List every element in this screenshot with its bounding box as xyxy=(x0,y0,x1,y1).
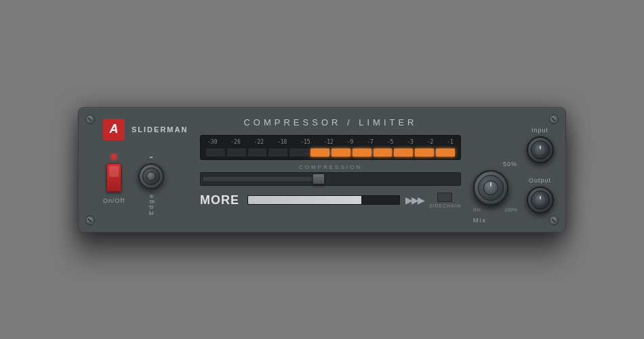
mix-knob[interactable] xyxy=(473,170,508,205)
input-knob[interactable] xyxy=(527,136,554,163)
led-6 xyxy=(310,148,329,157)
edge-knob-inner xyxy=(142,167,160,185)
mix-knob-inner xyxy=(478,175,504,201)
edge-section: Edge xyxy=(138,154,164,215)
screw-tr xyxy=(549,115,559,124)
title-bar: COMPRESSOR / LIMITER xyxy=(200,116,461,128)
left-panel: A SLIDERMAN On/Off Edge xyxy=(88,116,193,224)
power-switch[interactable] xyxy=(106,163,121,192)
compression-slider-fill xyxy=(203,177,318,181)
logo-area: A SLIDERMAN xyxy=(103,119,188,140)
logo-box: A xyxy=(103,119,125,140)
led-1 xyxy=(206,148,225,157)
compression-section: COMPRESSION xyxy=(200,164,461,186)
compression-label: COMPRESSION xyxy=(200,164,461,170)
mix-percent-row: 0% 100% xyxy=(473,207,517,213)
brand-name: SLIDERMAN xyxy=(132,125,188,134)
on-off-label: On/Off xyxy=(103,197,125,204)
mix-100-label: 100% xyxy=(504,207,517,213)
input-knob-dot xyxy=(535,144,546,155)
vu-leds xyxy=(206,147,455,158)
led-2 xyxy=(227,148,246,157)
unit-title: COMPRESSOR / LIMITER xyxy=(243,117,417,127)
led-12 xyxy=(436,148,455,157)
edge-knob[interactable] xyxy=(138,163,164,189)
output-knob[interactable] xyxy=(527,186,554,214)
compressor-unit: A SLIDERMAN On/Off Edge xyxy=(78,107,566,233)
vu-label-7: -7 xyxy=(367,139,374,145)
mix-knob-mark xyxy=(490,182,491,186)
vu-label-9: -3 xyxy=(407,139,414,145)
screw-bl xyxy=(85,216,95,225)
vu-label-5: -12 xyxy=(323,139,333,145)
vu-scale: -30 -26 -22 -18 -15 -12 -9 -7 -5 -3 -2 -… xyxy=(206,139,455,145)
right-panel: 50% 0% 100% Mix Input xyxy=(468,116,556,224)
sidechain-box: SIDECHAIN xyxy=(429,193,461,208)
output-knob-mark xyxy=(540,196,541,199)
input-label: Input xyxy=(531,127,548,134)
compression-slider-thumb[interactable] xyxy=(313,174,325,184)
vu-label-8: -5 xyxy=(387,139,394,145)
screw-tl xyxy=(85,115,95,124)
edge-indicator xyxy=(149,154,153,158)
led-8 xyxy=(353,148,371,157)
vu-label-10: -2 xyxy=(427,139,434,145)
led-10 xyxy=(394,148,413,157)
mix-knob-dot xyxy=(483,180,498,195)
more-bar-track[interactable] xyxy=(247,195,400,205)
power-led xyxy=(111,154,117,159)
controls-row: On/Off Edge xyxy=(103,154,164,215)
middle-panel: COMPRESSOR / LIMITER -30 -26 -22 -18 -15… xyxy=(193,116,468,224)
led-4 xyxy=(268,148,287,157)
output-knob-dot xyxy=(535,195,546,205)
mix-50-label: 50% xyxy=(503,161,517,167)
output-knob-inner xyxy=(531,191,550,210)
vu-label-1: -26 xyxy=(230,139,240,145)
led-11 xyxy=(415,148,434,157)
edge-label: Edge xyxy=(148,195,155,215)
more-section: MORE ▶▶▶ SIDECHAIN xyxy=(200,193,461,208)
compression-slider-track[interactable] xyxy=(200,172,461,186)
vu-label-6: -9 xyxy=(347,139,354,145)
output-knob-group: Output xyxy=(527,177,554,214)
led-7 xyxy=(331,148,350,157)
input-knob-mark xyxy=(540,146,541,149)
power-section: On/Off xyxy=(103,154,125,204)
more-label: MORE xyxy=(200,193,239,207)
output-label: Output xyxy=(529,177,551,184)
input-knob-group: Input xyxy=(527,127,554,163)
vu-label-11: -1 xyxy=(447,139,454,145)
led-9 xyxy=(374,148,393,157)
vu-label-0: -30 xyxy=(207,139,217,145)
mix-0-label: 0% xyxy=(473,207,481,213)
vu-label-2: -22 xyxy=(254,139,264,145)
vu-label-3: -18 xyxy=(277,139,287,145)
mix-label: Mix xyxy=(473,217,487,224)
sidechain-button[interactable] xyxy=(437,193,452,202)
led-5 xyxy=(289,148,308,157)
sidechain-label: SIDECHAIN xyxy=(429,203,461,208)
more-bar-fill xyxy=(248,196,361,204)
input-knob-inner xyxy=(531,140,550,159)
arrows-icon: ▶▶▶ xyxy=(405,195,424,205)
vu-meter: -30 -26 -22 -18 -15 -12 -9 -7 -5 -3 -2 -… xyxy=(200,135,461,160)
screw-br xyxy=(549,216,559,225)
io-section: Input Output xyxy=(524,116,556,224)
led-3 xyxy=(248,148,267,157)
vu-label-4: -15 xyxy=(300,139,310,145)
edge-knob-dot xyxy=(146,172,156,181)
mix-outer: 50% 0% 100% Mix xyxy=(473,116,517,224)
